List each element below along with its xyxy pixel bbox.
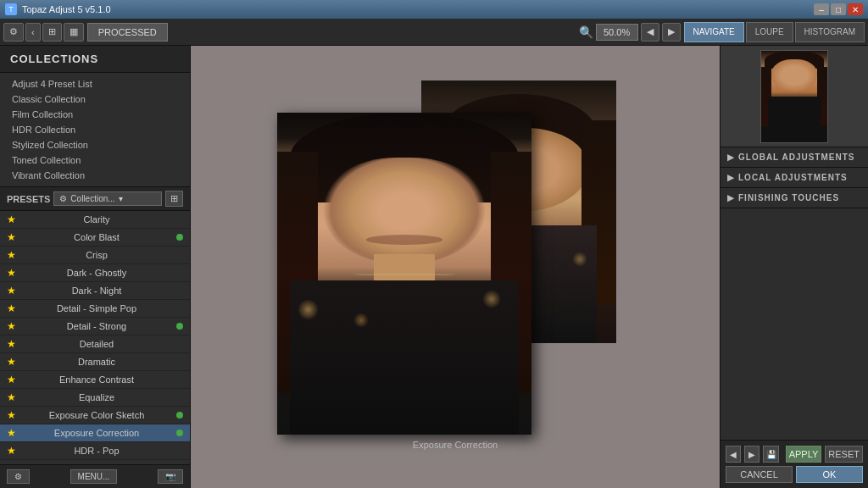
list-item[interactable]: ★ Clarity [0, 211, 190, 229]
list-item[interactable]: ★ Exposure Color Sketch [0, 407, 190, 424]
zoom-in-btn[interactable]: ▶ [662, 23, 681, 42]
photo-container: Exposure Correction [277, 80, 633, 453]
favorite-star-icon[interactable]: ★ [7, 391, 20, 403]
global-adjustments-section[interactable]: ▶ GLOBAL ADJUSTMENTS [721, 147, 868, 168]
apply-button[interactable]: APPLY [786, 446, 822, 463]
preset-indicator [176, 430, 183, 436]
list-item[interactable]: ★ Dramatic [0, 353, 190, 371]
app-icon: T [5, 3, 17, 15]
close-button[interactable]: ✕ [848, 3, 863, 15]
preset-name: Detail - Strong [20, 321, 173, 331]
reset-button[interactable]: RESET [825, 446, 863, 463]
save-btn[interactable]: 💾 [763, 446, 778, 463]
preset-indicator [176, 252, 183, 258]
ok-button[interactable]: OK [796, 466, 863, 483]
favorite-star-icon[interactable]: ★ [7, 320, 20, 332]
presets-list: ★ Clarity ★ Color Blast ★ Crisp ★ Dark -… [0, 211, 190, 464]
local-adjustments-section[interactable]: ▶ LOCAL ADJUSTMENTS [721, 168, 868, 188]
thumbnail-face [771, 59, 818, 92]
list-item[interactable]: ★ Color Blast [0, 229, 190, 247]
finishing-touches-section[interactable]: ▶ FINISHING TOUCHES [721, 188, 868, 208]
tab-navigate[interactable]: NAVIGATE [684, 22, 744, 42]
dropdown-label: Collection... [70, 194, 114, 203]
preset-indicator [176, 287, 183, 294]
preset-name: Color Blast [20, 232, 173, 242]
preset-indicator [176, 323, 183, 330]
tab-histogram[interactable]: HISTOGRAM [795, 22, 865, 42]
preset-name: Dark - Night [20, 286, 173, 296]
collection-item[interactable]: Film Collection [0, 107, 190, 122]
preset-name: Detail - Simple Pop [20, 303, 173, 313]
content-area: COLLECTIONS Adjust 4 Preset List Classic… [0, 46, 868, 488]
toolbar-settings-btn[interactable]: ⚙ [3, 23, 24, 42]
preset-indicator [176, 216, 183, 223]
nav-back-btn[interactable]: ◀ [726, 446, 741, 463]
collection-item[interactable]: Stylized Collection [0, 137, 190, 152]
preset-indicator [176, 341, 183, 347]
nav-left-btn[interactable]: ‹ [25, 23, 41, 42]
list-item[interactable]: ★ Detail - Simple Pop [0, 300, 190, 318]
collection-item[interactable]: Vibrant Collection [0, 168, 190, 183]
global-adjustments-label: GLOBAL ADJUSTMENTS [738, 152, 854, 162]
chevron-down-icon: ▾ [119, 194, 123, 203]
favorite-star-icon[interactable]: ★ [7, 214, 20, 225]
tab-loupe[interactable]: LOUPE [746, 22, 793, 42]
preset-name: HDR - Pop [20, 446, 173, 456]
list-item[interactable]: ★ Detailed [0, 336, 190, 353]
arrow-right-icon: ▶ [727, 173, 735, 182]
favorite-star-icon[interactable]: ★ [7, 374, 20, 385]
zoom-input[interactable] [596, 24, 638, 41]
zoom-out-btn[interactable]: ◀ [641, 23, 659, 42]
favorite-star-icon[interactable]: ★ [7, 231, 20, 243]
collection-item[interactable]: Adjust 4 Preset List [0, 76, 190, 92]
view-mode2-btn[interactable]: ▦ [64, 23, 84, 42]
menu-button[interactable]: MENU... [70, 469, 118, 484]
preset-indicator [176, 376, 183, 383]
list-item[interactable]: ★ Crisp [0, 247, 190, 264]
list-item[interactable]: ★ Dark - Ghostly [0, 264, 190, 282]
finishing-touches-label: FINISHING TOUCHES [738, 193, 839, 202]
list-item[interactable]: ★ Enhance Contrast [0, 371, 190, 389]
cancel-button[interactable]: CANCEL [726, 466, 793, 483]
toolbar-nav: ⚙ ‹ ⊞ ▦ [3, 23, 84, 42]
favorite-star-icon[interactable]: ★ [7, 356, 20, 368]
favorite-star-icon[interactable]: ★ [7, 249, 20, 261]
list-item[interactable]: ★ Dark - Night [0, 282, 190, 300]
adjustments-panel: ▶ GLOBAL ADJUSTMENTS ▶ LOCAL ADJUSTMENTS… [721, 147, 868, 440]
favorite-star-icon[interactable]: ★ [7, 427, 20, 439]
app-title: Topaz Adjust 5 v5.1.0 [22, 4, 111, 14]
favorite-star-icon[interactable]: ★ [7, 285, 20, 297]
presets-grid-button[interactable]: ⊞ [165, 191, 183, 207]
photo-caption: Exposure Correction [277, 440, 633, 450]
collection-item[interactable]: HDR Collection [0, 122, 190, 137]
view-mode1-btn[interactable]: ⊞ [42, 23, 62, 42]
presets-label: PRESETS [7, 194, 50, 204]
preset-name: Equalize [20, 392, 173, 402]
list-item[interactable]: ★ HDR - Pop [0, 442, 190, 460]
processed-label: PROCESSED [87, 23, 168, 42]
right-panel: ▶ GLOBAL ADJUSTMENTS ▶ LOCAL ADJUSTMENTS… [720, 46, 868, 488]
preset-indicator [176, 234, 183, 241]
presets-dropdown[interactable]: ⚙ Collection... ▾ [53, 191, 162, 206]
maximize-button[interactable]: □ [831, 3, 846, 15]
collections-header: COLLECTIONS [0, 46, 190, 73]
favorite-star-icon[interactable]: ★ [7, 338, 20, 350]
list-item[interactable]: ★ Equalize [0, 389, 190, 407]
nav-fwd-btn[interactable]: ▶ [744, 446, 760, 463]
favorite-star-icon[interactable]: ★ [7, 267, 20, 279]
camera-icon-btn[interactable]: 📷 [158, 469, 183, 484]
collection-list: Adjust 4 Preset List Classic Collection … [0, 73, 190, 187]
favorite-star-icon[interactable]: ★ [7, 409, 20, 421]
minimize-button[interactable]: – [814, 3, 829, 15]
preset-indicator [176, 305, 183, 312]
favorite-star-icon[interactable]: ★ [7, 302, 20, 314]
view-tabs: NAVIGATE LOUPE HISTOGRAM [684, 22, 865, 42]
favorite-star-icon[interactable]: ★ [7, 445, 20, 457]
settings-icon-btn[interactable]: ⚙ [7, 469, 30, 484]
arrow-right-icon: ▶ [727, 152, 735, 162]
list-item[interactable]: ★ Exposure Correction [0, 424, 190, 442]
toolbar: ⚙ ‹ ⊞ ▦ PROCESSED 🔍 ◀ ▶ NAVIGATE LOUPE H… [0, 19, 868, 46]
collection-item[interactable]: Toned Collection [0, 152, 190, 168]
list-item[interactable]: ★ Detail - Strong [0, 318, 190, 336]
collection-item[interactable]: Classic Collection [0, 92, 190, 107]
